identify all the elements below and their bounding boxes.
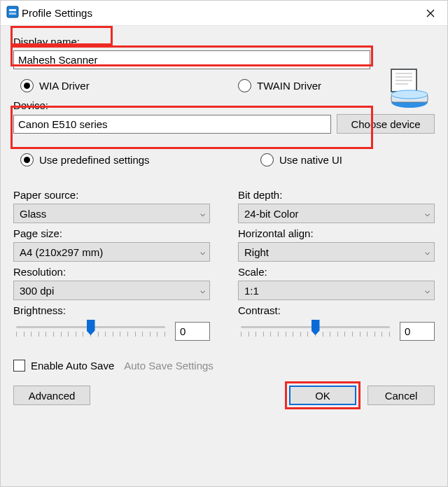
chevron-down-icon: ⌵: [425, 247, 430, 257]
contrast-slider[interactable]: [238, 319, 393, 343]
paper-source-label: Paper source:: [13, 189, 210, 201]
svg-point-10: [391, 90, 428, 99]
titlebar: Profile Settings: [1, 1, 447, 26]
radio-native-label: Use native UI: [279, 154, 342, 166]
enable-auto-save-checkbox[interactable]: [13, 360, 25, 372]
page-size-combo[interactable]: A4 (210x297 mm) ⌵: [13, 242, 210, 262]
resolution-combo[interactable]: 300 dpi ⌵: [13, 281, 210, 300]
bit-depth-combo[interactable]: 24-bit Color ⌵: [238, 204, 435, 223]
scale-value: 1:1: [244, 285, 259, 297]
paper-source-value: Glass: [20, 208, 46, 220]
horizontal-align-label: Horizontal align:: [238, 227, 435, 239]
contrast-label: Contrast:: [238, 304, 435, 316]
page-size-label: Page size:: [13, 227, 210, 239]
radio-twain-label: TWAIN Driver: [257, 80, 321, 92]
chevron-down-icon: ⌵: [425, 285, 430, 295]
close-button[interactable]: [415, 3, 446, 24]
window-title: Profile Settings: [19, 7, 415, 19]
device-label: Device:: [13, 99, 435, 111]
radio-wia-label: WIA Driver: [39, 80, 90, 92]
bit-depth-value: 24-bit Color: [244, 208, 299, 220]
bit-depth-label: Bit depth:: [238, 189, 435, 201]
chevron-down-icon: ⌵: [200, 285, 205, 295]
display-name-label: Display name:: [13, 36, 370, 48]
horizontal-align-value: Right: [244, 246, 269, 258]
resolution-value: 300 dpi: [20, 285, 54, 297]
advanced-button[interactable]: Advanced: [13, 386, 90, 405]
radio-predefined-settings[interactable]: Use predefined settings: [20, 153, 150, 167]
radio-wia-driver[interactable]: WIA Driver: [20, 79, 90, 92]
paper-source-combo[interactable]: Glass ⌵: [13, 204, 210, 223]
radio-native-ui[interactable]: Use native UI: [260, 153, 342, 167]
enable-auto-save-label: Enable Auto Save: [31, 360, 114, 372]
horizontal-align-combo[interactable]: Right ⌵: [238, 242, 435, 262]
brightness-slider[interactable]: [13, 319, 168, 343]
radio-twain-driver[interactable]: TWAIN Driver: [238, 79, 321, 92]
scanner-icon: [387, 65, 432, 110]
profile-settings-dialog: Profile Settings Display name:: [0, 0, 448, 487]
page-size-value: A4 (210x297 mm): [20, 246, 103, 258]
choose-device-button[interactable]: Choose device: [337, 114, 435, 134]
chevron-down-icon: ⌵: [200, 247, 205, 257]
svg-rect-0: [7, 6, 18, 17]
ok-button[interactable]: OK: [289, 386, 356, 405]
app-icon: [6, 6, 19, 20]
resolution-label: Resolution:: [13, 266, 210, 278]
display-name-input[interactable]: [13, 50, 370, 69]
cancel-button[interactable]: Cancel: [368, 386, 435, 405]
svg-rect-2: [9, 13, 16, 15]
scale-label: Scale:: [238, 266, 435, 278]
scale-combo[interactable]: 1:1 ⌵: [238, 281, 435, 300]
brightness-value-input[interactable]: [175, 322, 210, 341]
chevron-down-icon: ⌵: [200, 209, 205, 218]
contrast-value-input[interactable]: [400, 322, 435, 341]
chevron-down-icon: ⌵: [425, 209, 430, 218]
svg-rect-1: [9, 9, 16, 11]
radio-predefined-label: Use predefined settings: [39, 154, 150, 166]
device-input[interactable]: [13, 115, 331, 134]
auto-save-settings-link: Auto Save Settings: [124, 360, 214, 372]
brightness-label: Brightness:: [13, 304, 210, 316]
